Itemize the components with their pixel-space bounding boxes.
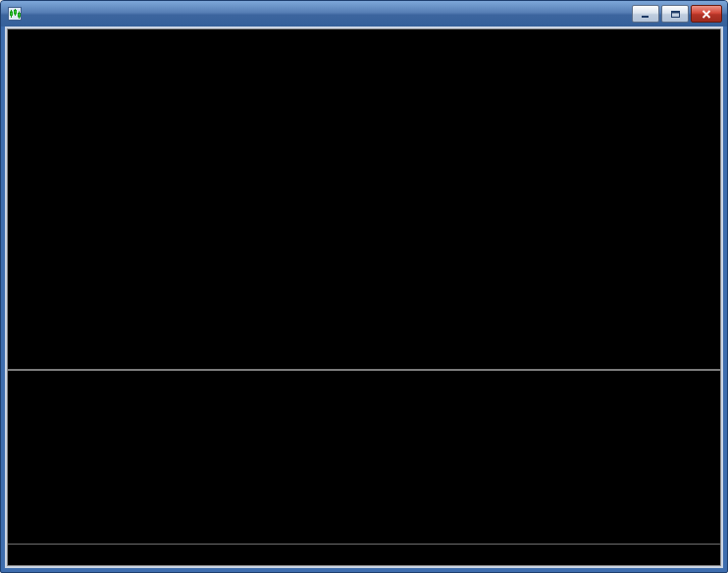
chart-frame [7, 28, 721, 566]
price-axis[interactable] [663, 29, 720, 369]
maximize-button[interactable] [661, 5, 689, 23]
minimize-button[interactable] [632, 5, 659, 23]
indicator-axis[interactable] [663, 371, 720, 544]
indicator-chart[interactable] [8, 371, 663, 544]
window-titlebar[interactable] [1, 1, 727, 26]
chart-icon [8, 7, 22, 21]
mt4-chart-window [0, 0, 728, 573]
close-button[interactable] [691, 5, 722, 23]
time-axis[interactable] [8, 544, 720, 567]
chart-client-area [5, 26, 723, 568]
candlestick-chart[interactable] [8, 29, 663, 369]
price-pane[interactable] [8, 29, 663, 369]
indicator-pane[interactable] [8, 371, 663, 544]
